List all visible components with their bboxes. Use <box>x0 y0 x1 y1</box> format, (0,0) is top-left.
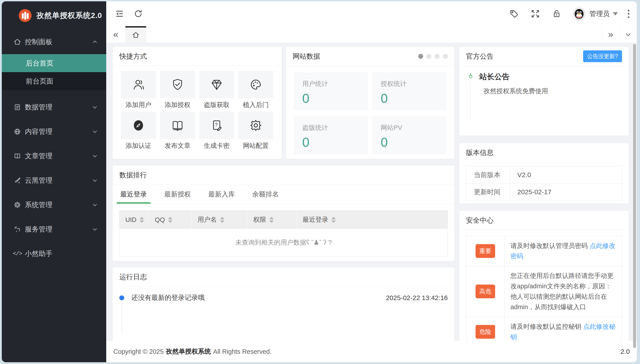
chevron-down-icon <box>92 104 98 110</box>
tab-bar: « » <box>106 26 637 43</box>
quick-action-label: 添加用户 <box>121 100 156 110</box>
quick-actions-card: 快捷方式 添加用户 添加授权 盗版获取 <box>113 47 282 159</box>
quick-action-generate-card-key[interactable]: ? 生成卡密 <box>199 112 234 150</box>
refresh-button[interactable] <box>133 8 144 19</box>
tab-home[interactable] <box>125 26 146 42</box>
stat-label: 网站PV <box>381 124 438 132</box>
flame-icon <box>466 72 475 81</box>
card-title: 版本信息 <box>466 148 494 157</box>
footer-version: 2.0 <box>620 348 630 355</box>
ranking-table: UID QQ 用户名 权限 最近登录 未查询到相关的用户数据ʕ ˆ♟ˆ ʔ ? <box>119 210 448 256</box>
version-table: 当前版本 V2.0 更新时间 2025-02-17 <box>466 166 622 201</box>
sidebar-item-label: 小然助手 <box>25 249 53 258</box>
compass-icon <box>132 118 145 132</box>
quick-action-site-config[interactable]: 网站配置 <box>238 112 273 150</box>
svg-text:A: A <box>18 181 20 184</box>
carousel-dot[interactable] <box>426 54 431 59</box>
card-title: 安全中心 <box>466 216 494 225</box>
sidebar-item-content-mgmt[interactable]: 内容管理 <box>2 120 106 144</box>
sidebar-submenu: 后台首页 前台页面 <box>2 54 106 90</box>
tag-icon[interactable] <box>509 8 519 19</box>
column-header-uid[interactable]: UID <box>120 211 149 229</box>
log-entry: 还没有最新的登录记录哦 2025-02-22 13:42:16 <box>119 293 448 302</box>
sort-icon <box>168 217 172 223</box>
column-header-username[interactable]: 用户名 <box>192 211 248 229</box>
version-row-label: 更新时间 <box>466 184 510 200</box>
tabs-scroll-right-button[interactable]: » <box>602 26 619 42</box>
quick-action-add-user[interactable]: 添加用户 <box>121 71 156 110</box>
sidebar-item-frontend-page[interactable]: 前台页面 <box>2 72 106 90</box>
lock-icon[interactable] <box>551 8 562 19</box>
screen: 孜然单授权系统2.0 控制面板 后台首页 前台页面 数据管理 <box>0 0 640 364</box>
user-dropdown-caret-icon[interactable] <box>613 12 618 16</box>
announcement-post-body: 孜然授权系统免费使用 <box>470 82 622 120</box>
card-title: 网站数据 <box>293 52 320 61</box>
table-row: 高危 您正在使用后台默认路径请您手动更改app/admin文件夹的名称，原因：他… <box>466 266 622 317</box>
carousel-dot[interactable] <box>435 54 440 59</box>
quick-action-piracy-fetch[interactable]: 盗版获取 <box>199 71 234 110</box>
collapse-sidebar-button[interactable] <box>114 8 125 19</box>
user-avatar[interactable] <box>573 7 585 20</box>
card-title: 数据排行 <box>119 170 147 180</box>
quick-action-backdoor[interactable]: 植入后门 <box>238 71 273 110</box>
scrollbar-thumb[interactable] <box>633 44 636 348</box>
fullscreen-icon[interactable] <box>530 8 541 19</box>
code-icon: </> <box>13 250 21 258</box>
tab-latest-entry[interactable]: 最新入库 <box>207 185 236 204</box>
version-row-label: 当前版本 <box>466 166 510 183</box>
carousel-dot[interactable] <box>443 54 448 59</box>
sort-icon <box>220 217 225 223</box>
sidebar-item-control-panel[interactable]: 控制面板 <box>2 30 106 54</box>
sidebar-item-assistant[interactable]: </> 小然助手 <box>2 242 106 266</box>
tabs-menu-button[interactable] <box>619 26 637 42</box>
sidebar-item-label: 后台首页 <box>26 58 53 68</box>
sidebar-item-data-mgmt[interactable]: 数据管理 <box>2 95 106 120</box>
run-log-card: 运行日志 还没有最新的登录记录哦 2025-02-22 13:42:16 <box>113 268 455 341</box>
card-question-icon: ? <box>210 118 224 132</box>
tab-latest-license[interactable]: 最新授权 <box>163 185 192 204</box>
stat-label: 用户统计 <box>302 80 359 88</box>
stat-label: 盗版统计 <box>302 124 359 132</box>
content-area: 快捷方式 添加用户 添加授权 盗版获取 <box>106 42 637 341</box>
site-stats-card: 网站数据 用户统计 0 授权统计 0 <box>286 47 455 159</box>
quick-action-add-license[interactable]: 添加授权 <box>160 71 195 110</box>
sidebar-item-article-mgmt[interactable]: 文章管理 <box>2 144 106 168</box>
announcement-card: 官方公告 公告没更新? 站长公告 孜然授权系统免费使用 <box>459 47 629 136</box>
stat-tile-piracy: 盗版统计 0 <box>294 116 367 154</box>
quick-action-add-auth[interactable]: 添加认证 <box>121 112 156 150</box>
copyright-brand: 孜然单授权系统 <box>166 347 211 356</box>
sidebar-item-system-mgmt[interactable]: 系统管理 <box>2 193 106 217</box>
table-row: 当前版本 V2.0 <box>466 166 622 184</box>
sidebar-item-backend-home[interactable]: 后台首页 <box>2 54 106 72</box>
quick-action-label: 添加认证 <box>121 142 156 150</box>
timeline-line <box>122 304 122 333</box>
sidebar: 孜然单授权系统2.0 控制面板 后台首页 前台页面 数据管理 <box>2 1 106 362</box>
svg-text:?: ? <box>215 122 218 128</box>
chevron-down-icon <box>92 129 98 134</box>
column-header-permission[interactable]: 权限 <box>248 211 297 229</box>
version-info-card: 版本信息 当前版本 V2.0 更新时间 2025-02-17 <box>459 143 629 204</box>
data-ranking-card: 数据排行 最近登录 最新授权 最新入库 余额排名 UID QQ 用户名 权限 最… <box>113 166 455 261</box>
sidebar-item-service-mgmt[interactable]: 服务管理 <box>2 217 106 242</box>
sidebar-item-cloud-blacklist[interactable]: A 云黑管理 <box>2 168 106 193</box>
more-options-icon[interactable] <box>628 10 629 18</box>
top-toolbar: 管理员 <box>106 1 637 26</box>
tab-balance-ranking[interactable]: 余额排名 <box>251 185 280 204</box>
column-header-recent-login[interactable]: 最近登录 <box>297 211 448 229</box>
tabs-scroll-left-button[interactable]: « <box>106 26 125 42</box>
tab-recent-login[interactable]: 最近登录 <box>119 185 148 204</box>
palette-icon <box>249 78 263 92</box>
announcement-refresh-button[interactable]: 公告没更新? <box>583 50 622 62</box>
carousel-dot-active[interactable] <box>418 54 423 59</box>
stats-grid: 用户统计 0 授权统计 0 盗版统计 0 网站PV 0 <box>286 66 455 154</box>
column-header-qq[interactable]: QQ <box>149 211 192 229</box>
table-empty-message: 未查询到相关的用户数据ʕ ˆ♟ˆ ʔ ? <box>120 229 448 256</box>
open-book-icon <box>171 118 184 132</box>
chevron-down-icon <box>92 226 98 232</box>
quick-action-publish-article[interactable]: 发布文章 <box>160 112 195 150</box>
toolbar-right-cluster: 管理员 <box>509 7 637 20</box>
stat-label: 授权统计 <box>381 80 438 88</box>
user-menu[interactable]: 管理员 <box>589 9 609 18</box>
sidebar-item-label: 数据管理 <box>25 102 53 112</box>
shield-check-icon <box>171 78 184 92</box>
